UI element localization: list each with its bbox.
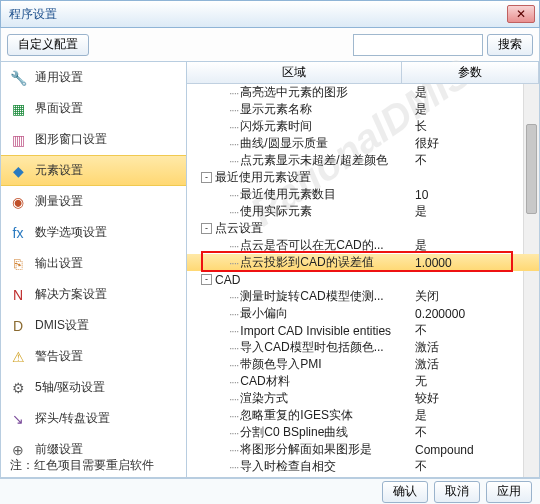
sidebar-item-1[interactable]: ▦界面设置 (1, 93, 186, 124)
sidebar-item-7[interactable]: N解决方案设置 (1, 279, 186, 310)
tree-row[interactable]: ····点元素显示未超差/超差颜色不 (187, 152, 539, 169)
tree-value: 是 (415, 407, 427, 424)
tree-value: 激活 (415, 339, 439, 356)
tree-dots: ···· (227, 307, 240, 321)
ok-button[interactable]: 确认 (382, 481, 428, 503)
tree-row[interactable]: ····点云投影到CAD的误差值1.0000 (187, 254, 539, 271)
sidebar-item-label: 前缀设置 (35, 441, 83, 458)
tree-value: 是 (415, 203, 427, 220)
tree-row[interactable]: ····带颜色导入PMI激活 (187, 356, 539, 373)
sidebar-item-2[interactable]: ▥图形窗口设置 (1, 124, 186, 155)
tree-row[interactable]: ····点云是否可以在无CAD的...是 (187, 237, 539, 254)
sidebar-item-label: 解决方案设置 (35, 286, 107, 303)
tree-label: 最近使用元素数目 (240, 186, 336, 203)
search-input[interactable] (353, 34, 483, 56)
tree-label: 点云设置 (215, 220, 263, 237)
tree-dots: ···· (227, 256, 240, 270)
col-area-header[interactable]: 区域 (187, 62, 402, 83)
tree-label: Import CAD Invisible entities (240, 324, 391, 338)
tree-label: 将图形分解面如果图形是 (240, 441, 372, 458)
sidebar-item-label: 图形窗口设置 (35, 131, 107, 148)
search-button[interactable]: 搜索 (487, 34, 533, 56)
tree-row[interactable]: ····最近使用元素数目10 (187, 186, 539, 203)
sidebar-item-label: 通用设置 (35, 69, 83, 86)
tree-dots: ···· (227, 137, 240, 151)
tree-header: 区域 参数 (187, 62, 539, 84)
sidebar-item-0[interactable]: 🔧通用设置 (1, 62, 186, 93)
tree-row[interactable]: ····Import CAD Invisible entities不 (187, 322, 539, 339)
sidebar-item-label: 元素设置 (35, 162, 83, 179)
tree-dots: ···· (227, 409, 240, 423)
tree-row[interactable]: ····分割C0 BSpline曲线不 (187, 424, 539, 441)
expand-icon[interactable]: - (201, 274, 212, 285)
customize-button[interactable]: 自定义配置 (7, 34, 89, 56)
tree-label: 点云是否可以在无CAD的... (240, 237, 383, 254)
sidebar-item-5[interactable]: fx数学选项设置 (1, 217, 186, 248)
tree-label: 带颜色导入PMI (240, 356, 321, 373)
tree-row[interactable]: -点云设置 (187, 220, 539, 237)
tree-row[interactable]: ····CAD材料无 (187, 373, 539, 390)
tree-row[interactable]: ····显示元素名称是 (187, 101, 539, 118)
window-title: 程序设置 (5, 6, 507, 23)
tree-value: 无 (415, 373, 427, 390)
sidebar-icon: D (9, 317, 27, 335)
sidebar-icon: fx (9, 224, 27, 242)
tree-label: 最近使用元素设置 (215, 169, 311, 186)
tree-row[interactable]: ····使用实际元素是 (187, 203, 539, 220)
tree-value: 0.200000 (415, 307, 465, 321)
apply-button[interactable]: 应用 (486, 481, 532, 503)
tree-value: 不 (415, 152, 427, 169)
sidebar-icon: ↘ (9, 410, 27, 428)
tree-value: 较好 (415, 390, 439, 407)
sidebar-item-4[interactable]: ◉测量设置 (1, 186, 186, 217)
tree-label: CAD材料 (240, 373, 289, 390)
sidebar-item-label: 5轴/驱动设置 (35, 379, 105, 396)
tree-label: 显示元素名称 (240, 101, 312, 118)
tree-dots: ···· (227, 443, 240, 457)
tree-row[interactable]: ····闪烁元素时间长 (187, 118, 539, 135)
toolbar: 自定义配置 搜索 (0, 28, 540, 62)
sidebar-icon: ▥ (9, 131, 27, 149)
sidebar-item-label: 警告设置 (35, 348, 83, 365)
tree-label: 渲染方式 (240, 390, 288, 407)
sidebar-item-11[interactable]: ↘探头/转盘设置 (1, 403, 186, 434)
tree-row[interactable]: -CAD (187, 271, 539, 288)
tree-value: 很好 (415, 135, 439, 152)
tree-row[interactable]: ····导入CAD模型时包括颜色...激活 (187, 339, 539, 356)
expand-icon[interactable]: - (201, 223, 212, 234)
tree-row[interactable]: -最近使用元素设置 (187, 169, 539, 186)
sidebar-icon: ◆ (9, 162, 27, 180)
bottom-bar: 确认 取消 应用 (0, 478, 540, 504)
sidebar-item-label: DMIS设置 (35, 317, 89, 334)
tree-dots: ···· (227, 103, 240, 117)
sidebar-icon: ⊕ (9, 441, 27, 459)
tree-row[interactable]: ····渲染方式较好 (187, 390, 539, 407)
tree-row[interactable]: ····最小偏向0.200000 (187, 305, 539, 322)
tree-body: ····高亮选中元素的图形是····显示元素名称是····闪烁元素时间长····… (187, 84, 539, 477)
tree-row[interactable]: ····忽略重复的IGES实体是 (187, 407, 539, 424)
tree-label: 忽略重复的IGES实体 (240, 407, 353, 424)
expand-icon[interactable]: - (201, 172, 212, 183)
tree-dots: ···· (227, 205, 240, 219)
tree-dots: ···· (227, 375, 240, 389)
tree-dots: ···· (227, 341, 240, 355)
sidebar-item-8[interactable]: DDMIS设置 (1, 310, 186, 341)
tree-panel: 区域 参数 ····高亮选中元素的图形是····显示元素名称是····闪烁元素时… (187, 62, 539, 477)
cancel-button[interactable]: 取消 (434, 481, 480, 503)
tree-row[interactable]: ····曲线/圆显示质量很好 (187, 135, 539, 152)
sidebar-item-label: 测量设置 (35, 193, 83, 210)
sidebar-item-10[interactable]: ⚙5轴/驱动设置 (1, 372, 186, 403)
tree-row[interactable]: ····导入时检查自相交不 (187, 458, 539, 475)
sidebar-item-6[interactable]: ⎘输出设置 (1, 248, 186, 279)
tree-label: 点云投影到CAD的误差值 (240, 254, 373, 271)
tree-dots: ···· (227, 86, 240, 100)
sidebar-item-3[interactable]: ◆元素设置 (1, 155, 186, 186)
sidebar-item-9[interactable]: ⚠警告设置 (1, 341, 186, 372)
tree-label: 使用实际元素 (240, 203, 312, 220)
tree-row[interactable]: ····高亮选中元素的图形是 (187, 84, 539, 101)
col-param-header[interactable]: 参数 (402, 62, 539, 83)
tree-row[interactable]: ····测量时旋转CAD模型使测...关闭 (187, 288, 539, 305)
tree-label: 最小偏向 (240, 305, 288, 322)
close-button[interactable]: ✕ (507, 5, 535, 23)
tree-row[interactable]: ····将图形分解面如果图形是Compound (187, 441, 539, 458)
